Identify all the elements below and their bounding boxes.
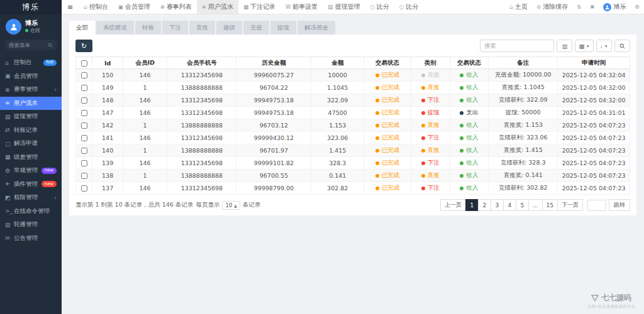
- user-profile[interactable]: 博乐 在线: [0, 14, 62, 38]
- cell-time: 2025-12-05 04:32:04: [558, 69, 630, 82]
- page-button-15[interactable]: 15: [542, 199, 558, 211]
- row-checkbox[interactable]: [81, 97, 87, 104]
- sidebar-toggle-icon[interactable]: ≡: [62, 3, 79, 11]
- tab-3[interactable]: 下注: [162, 21, 188, 35]
- row-checkbox[interactable]: [81, 110, 87, 116]
- row-checkbox[interactable]: [81, 85, 87, 91]
- jump-page-input[interactable]: [587, 200, 606, 211]
- table-row: 1481461331234569899949753.18322.09已完成下注收…: [76, 94, 630, 107]
- circle-icon: ○: [370, 4, 374, 10]
- page-button-2[interactable]: 2: [478, 199, 491, 211]
- per-page-select[interactable]: 10 ▲: [222, 201, 240, 210]
- sidebar-item-level[interactable]: ▦级差管理: [0, 151, 62, 165]
- tab-7[interactable]: 提现: [270, 21, 296, 35]
- profile-name: 博乐: [25, 19, 40, 27]
- sidebar-item-matches[interactable]: ⊕赛事管理‹: [0, 83, 62, 97]
- search-icon: [619, 43, 625, 49]
- content-area: 全部系统赠送转账下注直推越级充值提现解冻佣金 ↻ ▥ ▦▼ ↓▼ Id会员ID会…: [62, 15, 644, 314]
- topnav-item-user-flow[interactable]: ≡用户流水: [197, 0, 238, 14]
- cell-trade_status: 已完成: [364, 182, 411, 195]
- prev-page-button[interactable]: 上一页: [440, 199, 466, 211]
- row-checkbox[interactable]: [81, 135, 87, 141]
- cell-history: 99999101.82: [236, 157, 311, 170]
- sidebar-item-carousel[interactable]: ▥轮播管理: [0, 218, 62, 232]
- tab-1[interactable]: 系统赠送: [96, 21, 134, 35]
- clear-cache-link[interactable]: ⊘清除缓存: [532, 0, 572, 14]
- tab-8[interactable]: 解冻佣金: [297, 21, 335, 35]
- tab-5[interactable]: 越级: [216, 21, 242, 35]
- cell-member_id: 1: [123, 119, 167, 132]
- tab-bar: 全部系统赠送转账下注直推越级充值提现解冻佣金: [69, 21, 636, 35]
- table-row: 14011388888888896701.971.415已完成直推收入直推奖: …: [76, 144, 630, 157]
- cell-remark: 直推奖: 0.141: [489, 170, 558, 182]
- sidebar-item-command[interactable]: >_在线命令管理: [0, 205, 62, 219]
- topnav-item-withdraw[interactable]: ▤提现管理: [323, 0, 365, 14]
- topnav-item-dashboard[interactable]: ⌂控制台: [79, 0, 113, 14]
- layers-icon: ▦: [5, 154, 14, 160]
- topnav-item-members[interactable]: ▣会员管理: [113, 0, 155, 14]
- toggle-view-button[interactable]: ▥: [557, 40, 572, 52]
- sidebar-search-input[interactable]: [9, 42, 45, 48]
- sidebar-item-unfreeze[interactable]: ▢解冻申请: [0, 137, 62, 151]
- refresh-button[interactable]: ↻: [75, 40, 92, 52]
- sidebar-item-user-flow[interactable]: ≡用户流水: [0, 97, 62, 111]
- columns-button[interactable]: ▦▼: [575, 40, 593, 52]
- sidebar-item-withdraw[interactable]: ▤提现管理: [0, 110, 62, 124]
- tab-2[interactable]: 转账: [135, 21, 161, 35]
- export-button[interactable]: ↓▼: [596, 40, 612, 52]
- next-page-button[interactable]: 下一页: [557, 199, 583, 211]
- topnav-item-score-2[interactable]: ○比分: [394, 0, 423, 14]
- topnav-item-odds[interactable]: W赔率设置: [280, 0, 323, 14]
- online-status: 在线: [25, 27, 40, 34]
- tab-4[interactable]: 直推: [189, 21, 215, 35]
- page-button-5[interactable]: 5: [516, 199, 529, 211]
- sidebar-item-auth[interactable]: ◩权限管理‹: [0, 191, 62, 205]
- top-navbar: ≡ ⌂控制台▣会员管理⊕赛事列表≡用户流水▦下注记录W赔率设置▤提现管理○比分○…: [62, 0, 644, 14]
- row-checkbox[interactable]: [81, 160, 87, 166]
- sidebar-item-transfer-log[interactable]: ⇄转账记录: [0, 124, 62, 138]
- row-checkbox[interactable]: [81, 173, 87, 179]
- status-dot: [375, 124, 379, 127]
- row-checkbox[interactable]: [81, 72, 87, 78]
- sidebar-item-label: 权限管理: [14, 193, 38, 202]
- exchange-button[interactable]: ⇅: [572, 0, 586, 14]
- cell-id: 140: [92, 144, 123, 157]
- topnav-item-bet-log[interactable]: ▦下注记录: [238, 0, 280, 14]
- page-button-4[interactable]: 4: [503, 199, 516, 211]
- cell-category: 直推: [411, 119, 450, 132]
- sidebar-item-label: 轮播管理: [14, 220, 38, 229]
- cell-history: 96704.22: [236, 82, 311, 94]
- page-button-1[interactable]: 1: [465, 199, 479, 211]
- table-search-input[interactable]: [480, 40, 554, 52]
- row-checkbox[interactable]: [81, 185, 87, 192]
- sidebar-item-notice[interactable]: ✉公告管理: [0, 232, 62, 246]
- tab-all[interactable]: 全部: [69, 21, 95, 35]
- square-icon: ▢: [5, 141, 14, 147]
- page-button-3[interactable]: 3: [491, 199, 504, 211]
- settings-button[interactable]: ⚙: [630, 0, 644, 14]
- sidebar-search[interactable]: [4, 40, 57, 50]
- select-all-checkbox[interactable]: [81, 60, 87, 67]
- cell-id: 147: [92, 107, 123, 119]
- home-link[interactable]: ⌂主页: [506, 0, 532, 14]
- cell-flow: 收入: [450, 182, 489, 195]
- sidebar-item-general[interactable]: ⚙常规管理new: [0, 164, 62, 178]
- row-checkbox[interactable]: [81, 122, 87, 129]
- table-body: 1501461331234569899960075.2710000已完成充值收入…: [76, 69, 630, 195]
- cell-category: 直推: [411, 144, 450, 157]
- sidebar-item-plugin[interactable]: ✈插件管理new: [0, 178, 62, 192]
- jump-button[interactable]: 跳转: [609, 199, 630, 211]
- topnav-item-score-1[interactable]: ○比分: [365, 0, 394, 14]
- cell-time: 2025-12-05 04:32:00: [558, 82, 630, 94]
- row-checkbox[interactable]: [81, 148, 87, 154]
- cell-history: 99998799.00: [236, 182, 311, 195]
- user-menu[interactable]: 博乐: [599, 0, 630, 14]
- fullscreen-button[interactable]: ✖: [586, 0, 599, 14]
- search-button[interactable]: [614, 40, 630, 52]
- sidebar-item-dashboard[interactable]: ⌂控制台hot: [0, 56, 62, 70]
- status-label: 已完成: [382, 171, 400, 178]
- tab-6[interactable]: 充值: [243, 21, 269, 35]
- topnav-item-match-list[interactable]: ⊕赛事列表: [155, 0, 197, 14]
- sidebar-item-members[interactable]: ▣会员管理: [0, 70, 62, 84]
- gear-icon: ⚙: [5, 168, 14, 174]
